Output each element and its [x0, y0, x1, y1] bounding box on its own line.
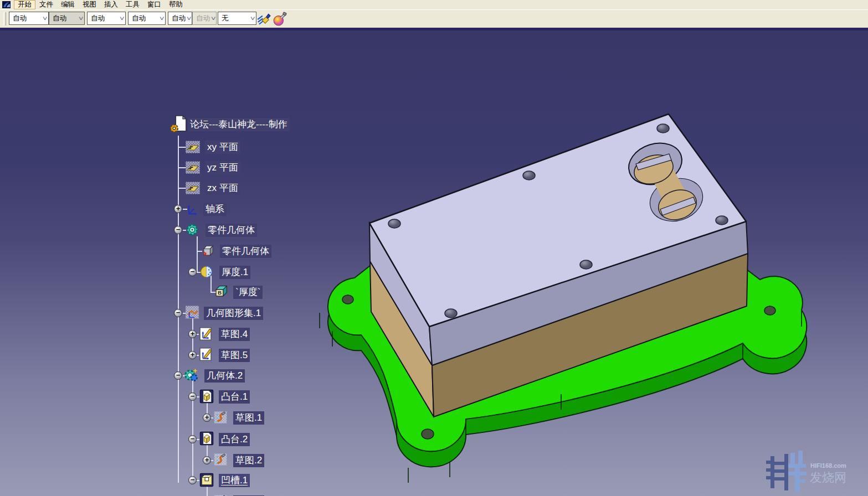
part-3d-model[interactable] — [0, 28, 868, 496]
combo-layer[interactable]: 无˅ — [218, 12, 256, 25]
chevron-down-icon: ˅ — [187, 15, 192, 22]
expander-thickness-1[interactable]: − — [188, 268, 197, 276]
tree-node-part-body-solid[interactable]: 零件几何体 — [220, 245, 271, 258]
pad-icon[interactable] — [199, 389, 214, 404]
tree-node-thickness-surface[interactable]: `厚度` — [233, 286, 263, 299]
zx-plane-icon[interactable] — [185, 180, 201, 195]
expander-geoset-1[interactable]: − — [174, 309, 182, 317]
chevron-down-icon: ˅ — [211, 15, 216, 22]
combo-point-symbol[interactable]: 自动˅ — [168, 12, 192, 25]
tree-node-sketch-2[interactable]: 草图.2 — [233, 454, 264, 467]
tree-node-axis-system[interactable]: 轴系 — [203, 203, 227, 216]
menu-bar: 开始 文件 编辑 视图 插入 工具 窗口 帮助 — [0, 0, 868, 10]
paintbrush-icon[interactable] — [256, 12, 271, 26]
solid-cube-icon[interactable] — [201, 243, 216, 259]
part-root-icon[interactable] — [170, 115, 188, 133]
tree-node-part-body[interactable]: 零件几何体 — [206, 224, 257, 237]
expander-part-body[interactable]: − — [174, 226, 182, 234]
pad-icon[interactable] — [199, 431, 214, 446]
tree-node-root[interactable]: 论坛---泰山神龙----制作 — [188, 118, 290, 131]
xy-plane-icon[interactable] — [185, 139, 201, 154]
combo-line-weight[interactable]: 自动˅ — [87, 12, 126, 25]
hifi168-watermark: HIFI168.com 发烧网 — [766, 450, 867, 495]
chevron-down-icon: ˅ — [119, 15, 124, 22]
pocket-icon[interactable] — [199, 472, 214, 488]
expander-body-2[interactable]: − — [174, 371, 182, 380]
menu-item-help[interactable]: 帮助 — [165, 0, 187, 9]
chevron-down-icon: ˅ — [250, 15, 255, 22]
menu-item-tools[interactable]: 工具 — [122, 0, 143, 9]
sketch-hidden-icon[interactable] — [213, 493, 228, 496]
thickness-icon[interactable] — [201, 264, 216, 280]
sketch-icon[interactable] — [198, 326, 213, 342]
tree-node-pad-1[interactable]: 凸台.1 — [219, 390, 250, 404]
combo-line-type[interactable]: 自动˅ — [128, 12, 166, 25]
yz-plane-icon[interactable] — [185, 159, 201, 175]
menu-item-edit[interactable]: 编辑 — [57, 0, 79, 9]
expander-sketch-2[interactable]: + — [203, 456, 211, 464]
tree-node-geoset-1[interactable]: 几何图形集.1 — [204, 307, 263, 320]
tree-node-pocket-1[interactable]: 凹槽.1 — [219, 474, 250, 487]
expander-sketch-4[interactable]: + — [188, 330, 197, 338]
sketch-icon[interactable] — [198, 347, 213, 362]
tree-node-sketch-5[interactable]: 草图.5 — [219, 349, 250, 362]
menu-item-view[interactable]: 视图 — [79, 0, 100, 9]
chevron-down-icon: ˅ — [159, 15, 164, 22]
menu-item-window[interactable]: 窗口 — [143, 0, 165, 9]
axis-system-icon[interactable] — [185, 201, 201, 216]
combo-transparency[interactable]: 自动˅ — [49, 12, 85, 25]
tree-node-zx-plane[interactable]: zx 平面 — [205, 182, 240, 195]
catia-window: { "menu": { "items": ["开始","文件","编辑","视图… — [0, 0, 868, 496]
menu-item-file[interactable]: 文件 — [35, 0, 57, 9]
chevron-down-icon: ˅ — [78, 15, 83, 22]
tree-node-body-2[interactable]: 几何体.2 — [204, 369, 245, 383]
expander-axis-system[interactable]: + — [174, 205, 182, 213]
tree-node-xy-plane[interactable]: xy 平面 — [205, 141, 240, 154]
watermark-site: HIFI168.com — [810, 462, 846, 469]
material-sphere-icon[interactable] — [273, 12, 287, 26]
tree-node-yz-plane[interactable]: yz 平面 — [205, 161, 240, 174]
part-body-gear-icon[interactable] — [184, 222, 200, 237]
expander-pocket-1[interactable]: − — [188, 476, 197, 484]
tree-node-sketch-4[interactable]: 草图.4 — [219, 328, 250, 341]
watermark-logo-dark — [766, 454, 788, 490]
tree-node-pad-2[interactable]: 凸台.2 — [219, 433, 250, 446]
geometry-set-icon[interactable] — [184, 304, 200, 320]
sketch-hidden-icon[interactable] — [213, 410, 228, 425]
body-gear-plus-icon[interactable] — [183, 367, 199, 383]
expander-sketch-5[interactable]: + — [188, 351, 197, 359]
expander-pad-2[interactable]: − — [188, 435, 197, 443]
expander-pad-1[interactable]: − — [188, 392, 197, 401]
app-icon[interactable] — [2, 1, 11, 8]
combo-fill-color[interactable]: 自动˅ — [9, 12, 49, 25]
chevron-down-icon: ˅ — [42, 15, 47, 22]
3d-viewport[interactable]: B + — [0, 28, 868, 496]
graphic-properties-toolbar: 自动˅ 自动˅ 自动˅ 自动˅ 自动˅ 自动˅ 无˅ — [0, 9, 868, 28]
menu-item-insert[interactable]: 插入 — [100, 0, 122, 9]
sketch-hidden-icon[interactable] — [213, 452, 228, 467]
tree-node-thickness-1[interactable]: 厚度.1 — [219, 266, 250, 279]
toolbar-grip[interactable] — [3, 12, 6, 25]
tree-node-sketch-1[interactable]: 草图.1 — [233, 411, 264, 425]
expander-sketch-1[interactable]: + — [203, 414, 211, 422]
combo-render-style[interactable]: 自动˅ — [192, 12, 217, 25]
surface-box-icon[interactable] — [214, 283, 229, 299]
watermark-name: 发烧网 — [810, 471, 846, 484]
watermark-logo-light — [788, 451, 807, 492]
menu-item-start[interactable]: 开始 — [14, 0, 35, 9]
